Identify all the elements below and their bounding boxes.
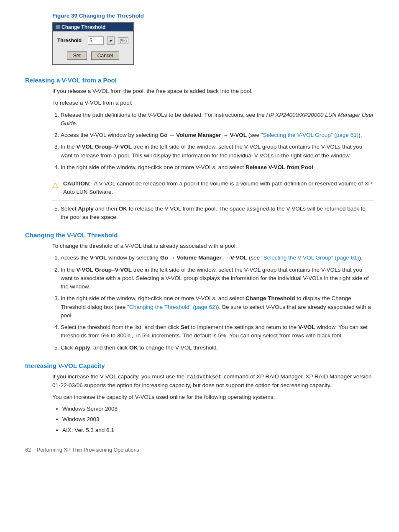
section-body-capacity: If you increase the V-VOL capacity, you … <box>25 373 374 434</box>
caution-label: CAUTION: <box>63 180 94 187</box>
dialog-titlebar: Change Threshold <box>53 23 133 31</box>
figure-title: Figure 39 Changing the Threshold <box>25 13 374 19</box>
dialog-icon <box>56 25 60 29</box>
footer-page-number: 62 <box>25 447 31 453</box>
dialog-button-row: Set Cancel <box>53 51 133 60</box>
releasing-steps: Release the path definitions to the V-VO… <box>61 111 374 172</box>
cancel-button[interactable]: Cancel <box>91 51 119 60</box>
section-releasing-vvol: Releasing a V-VOL from a Pool If you rel… <box>25 77 374 221</box>
page-footer: 62 Performing XP Thin Provisioning Opera… <box>25 447 374 453</box>
link-selecting-vvol-61-step2[interactable]: "Selecting the V-VOL Group" (page 61) <box>261 132 358 138</box>
releasing-step-2: Access the V-VOL window by selecting Go … <box>61 131 374 139</box>
caution-icon: △ <box>52 180 58 189</box>
section-changing-threshold: Changing the V-VOL Threshold To change t… <box>25 231 374 352</box>
dialog-titlebar-label: Change Threshold <box>61 24 105 30</box>
section-body-releasing: If you release a V-VOL from the pool, th… <box>25 87 374 221</box>
threshold-step-5: Click Apply, and then click OK to change… <box>61 344 374 352</box>
releasing-step-5-list: Select Apply and then OK to release the … <box>61 205 374 222</box>
section-increasing-capacity: Increasing V-VOL Capacity If you increas… <box>25 362 374 434</box>
caution-body: A V-VOL cannot be released from a pool i… <box>63 180 372 195</box>
threshold-step-2: In the V-VOL Group–V-VOL tree in the lef… <box>61 266 374 291</box>
figure-title-container: Figure 39 Changing the Threshold <box>25 13 374 19</box>
capacity-os-list: Windows Server 2008 Windows 2003 AIX: Ve… <box>62 405 374 434</box>
threshold-dropdown-arrow[interactable]: ▼ <box>107 36 115 45</box>
threshold-intro: To change the threshold of a V-VOL that … <box>52 242 374 250</box>
section-body-threshold: To change the threshold of a V-VOL that … <box>25 242 374 352</box>
capacity-intro2: You can increase the capacity of V-VOLs … <box>52 393 374 401</box>
capacity-os-aix: AIX: Ver. 5.3 and 6.1 <box>62 426 374 434</box>
releasing-step-4: In the right side of the window, right-c… <box>61 163 374 172</box>
releasing-intro2: To release a V-VOL from a pool: <box>52 99 374 107</box>
releasing-step-5: Select Apply and then OK to release the … <box>61 205 374 222</box>
threshold-step-4: Select the threshold from the list, and … <box>61 323 374 340</box>
capacity-os-windows2003: Windows 2003 <box>62 415 374 424</box>
releasing-step-3: In the V-VOL Group–V-VOL tree in the lef… <box>61 143 374 160</box>
footer-text: Performing XP Thin Provisioning Operatio… <box>37 447 139 453</box>
threshold-input[interactable] <box>88 36 104 45</box>
figure-dialog-container: Change Threshold Threshold ▼ (%) Set Can… <box>52 22 374 65</box>
set-button[interactable]: Set <box>67 51 87 60</box>
caution-text: CAUTION: A V-VOL cannot be released from… <box>63 180 374 197</box>
releasing-step-1: Release the path definitions to the V-VO… <box>61 111 374 128</box>
threshold-label: Threshold <box>57 38 84 44</box>
threshold-unit: (%) <box>118 37 128 44</box>
threshold-row: Threshold ▼ (%) <box>53 35 133 46</box>
threshold-step-1: Access the V-VOL window by selecting Go … <box>61 254 374 262</box>
section-heading-threshold: Changing the V-VOL Threshold <box>25 231 374 239</box>
capacity-intro1: If you increase the V-VOL capacity, you … <box>52 373 374 390</box>
threshold-steps: Access the V-VOL window by selecting Go … <box>61 254 374 352</box>
raidvchkset-code: raidvchkset <box>186 374 223 380</box>
caution-box: △ CAUTION: A V-VOL cannot be released fr… <box>52 176 374 200</box>
capacity-os-windows2008: Windows Server 2008 <box>62 405 374 413</box>
releasing-intro1: If you release a V-VOL from the pool, th… <box>52 87 374 95</box>
section-heading-releasing: Releasing a V-VOL from a Pool <box>25 77 374 84</box>
threshold-step-3: In the right side of the window, right-c… <box>61 294 374 320</box>
change-threshold-dialog: Change Threshold Threshold ▼ (%) Set Can… <box>52 22 134 65</box>
link-changing-threshold-62[interactable]: "Changing the Threshold" (page 62) <box>127 304 217 310</box>
link-selecting-vvol-61-thresh[interactable]: "Selecting the V-VOL Group" (page 61) <box>261 254 359 261</box>
section-heading-capacity: Increasing V-VOL Capacity <box>25 362 374 369</box>
